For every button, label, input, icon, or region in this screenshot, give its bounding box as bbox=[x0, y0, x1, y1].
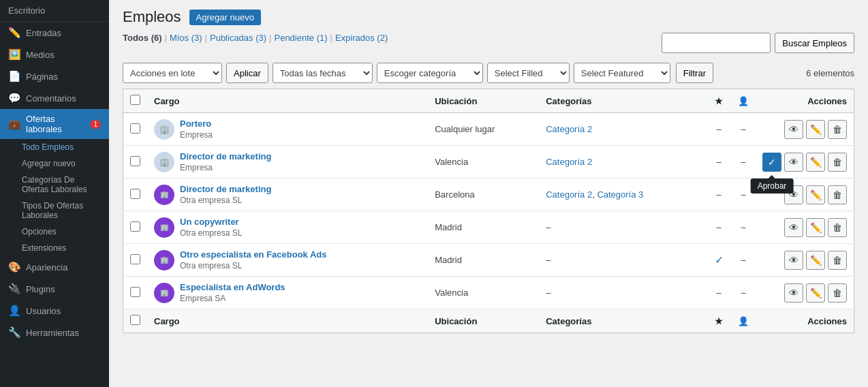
sidebar-item-apariencia[interactable]: 🎨 Apariencia bbox=[0, 256, 109, 278]
header-acciones: Acciones bbox=[756, 89, 854, 113]
job-category: – bbox=[539, 277, 707, 309]
job-title-link[interactable]: Especialista en AdWords bbox=[180, 282, 285, 292]
avatar: 🏢 bbox=[154, 152, 174, 172]
sidebar-item-ofertas[interactable]: 💼 Ofertas laborales 1 bbox=[0, 109, 109, 139]
element-count: 6 elementos bbox=[806, 68, 854, 78]
sidebar-item-usuarios[interactable]: 👤 Usuarios bbox=[0, 300, 109, 322]
job-category-link-2[interactable]: Categoría 3 bbox=[597, 189, 643, 200]
filter-tabs: Todos (6) | Míos (3) | Publicadas (3) | … bbox=[123, 33, 388, 43]
view-button[interactable]: 👁 bbox=[784, 153, 803, 172]
header-cargo: Cargo bbox=[147, 89, 428, 113]
job-category-link-1[interactable]: Categoría 2 bbox=[546, 189, 592, 200]
job-person: – bbox=[731, 244, 756, 277]
main-content: Empleos Agregar nuevo Todos (6) | Míos (… bbox=[109, 0, 868, 387]
delete-button[interactable]: 🗑 bbox=[828, 251, 847, 270]
job-title-link[interactable]: Portero bbox=[180, 119, 213, 129]
edit-button[interactable]: ✏️ bbox=[806, 153, 825, 172]
job-title-link[interactable]: Un copywriter bbox=[180, 217, 242, 227]
job-category: – bbox=[539, 244, 707, 277]
footer-select-all-checkbox[interactable] bbox=[130, 315, 140, 325]
search-input[interactable] bbox=[662, 33, 771, 53]
delete-button[interactable]: 🗑 bbox=[828, 120, 847, 139]
job-star: – bbox=[707, 146, 731, 179]
filter-tab-pendiente[interactable]: Pendiente (1) bbox=[274, 33, 327, 43]
avatar: 🏢 bbox=[154, 185, 174, 205]
page-icon: 📄 bbox=[8, 70, 20, 82]
apply-button[interactable]: Aplicar bbox=[226, 63, 268, 83]
submenu-opciones[interactable]: Opciones bbox=[0, 223, 109, 240]
row-checkbox[interactable] bbox=[130, 287, 140, 297]
sidebar-item-paginas[interactable]: 📄 Páginas bbox=[0, 65, 109, 87]
submenu-extensiones[interactable]: Extensiones bbox=[0, 240, 109, 256]
sidebar-item-comentarios[interactable]: 💬 Comentarios bbox=[0, 87, 109, 109]
view-button[interactable]: 👁 bbox=[784, 120, 803, 139]
search-area: Buscar Empleos bbox=[662, 33, 854, 53]
sidebar-item-medios[interactable]: 🖼️ Medios bbox=[0, 44, 109, 65]
submenu-agregar-nuevo[interactable]: Agregar nuevo bbox=[0, 155, 109, 172]
edit-button[interactable]: ✏️ bbox=[806, 251, 825, 270]
bulk-actions-select[interactable]: Acciones en lote bbox=[123, 63, 222, 83]
job-star: – bbox=[707, 277, 731, 309]
job-title-link[interactable]: Director de marketing bbox=[180, 151, 271, 161]
edit-button[interactable]: ✏️ bbox=[806, 185, 825, 204]
edit-button[interactable]: ✏️ bbox=[806, 283, 825, 303]
row-checkbox[interactable] bbox=[130, 123, 140, 134]
jobs-table: Cargo Ubicación Categorías ★ 👤 Acciones … bbox=[123, 89, 854, 333]
avatar: 🏢 bbox=[154, 283, 174, 303]
row-checkbox[interactable] bbox=[130, 221, 140, 232]
page-header: Empleos Agregar nuevo bbox=[123, 8, 854, 26]
job-location: Cualquier lugar bbox=[428, 113, 539, 146]
delete-button[interactable]: 🗑 bbox=[828, 218, 847, 237]
sidebar-item-plugins[interactable]: 🔌 Plugins bbox=[0, 278, 109, 300]
select-filled-select[interactable]: Select Filled bbox=[487, 63, 570, 83]
approve-button[interactable]: ✓ bbox=[762, 153, 781, 172]
submenu-tipos[interactable]: Tipos De Ofertas Laborales bbox=[0, 198, 109, 223]
view-button[interactable]: 👁 bbox=[784, 283, 803, 303]
job-star: – bbox=[707, 211, 731, 244]
avatar: 🏢 bbox=[154, 217, 174, 238]
row-checkbox[interactable] bbox=[130, 156, 140, 166]
edit-icon: ✏️ bbox=[8, 27, 20, 39]
row-checkbox[interactable] bbox=[130, 254, 140, 264]
row-checkbox[interactable] bbox=[130, 189, 140, 199]
view-button[interactable]: 👁 bbox=[784, 251, 803, 270]
table-row: 🏢 Director de marketing Empresa Valencia… bbox=[123, 146, 854, 179]
table-header-row: Cargo Ubicación Categorías ★ 👤 Acciones bbox=[123, 89, 854, 113]
dates-select[interactable]: Todas las fechas bbox=[273, 63, 373, 83]
job-company: Empresa bbox=[180, 130, 213, 140]
sidebar-submenu: Todo Empleos Agregar nuevo Categorías De… bbox=[0, 139, 109, 256]
filter-tab-publicadas[interactable]: Publicadas (3) bbox=[210, 33, 266, 43]
select-all-checkbox[interactable] bbox=[130, 95, 140, 105]
search-button[interactable]: Buscar Empleos bbox=[775, 33, 854, 53]
sidebar: Escritorio ✏️ Entradas 🖼️ Medios 📄 Págin… bbox=[0, 0, 109, 387]
job-person: – bbox=[731, 113, 756, 146]
job-title-link[interactable]: Director de marketing bbox=[180, 184, 271, 194]
submenu-categorias[interactable]: Categorías De Ofertas Laborales bbox=[0, 172, 109, 198]
edit-button[interactable]: ✏️ bbox=[806, 218, 825, 237]
delete-button[interactable]: 🗑 bbox=[828, 185, 847, 204]
filter-tab-todos[interactable]: Todos (6) bbox=[123, 33, 162, 43]
job-category[interactable]: Categoría 2 bbox=[546, 157, 592, 167]
delete-button[interactable]: 🗑 bbox=[828, 153, 847, 172]
submenu-todo-empleos[interactable]: Todo Empleos bbox=[0, 139, 109, 155]
sidebar-item-herramientas[interactable]: 🔧 Herramientas bbox=[0, 322, 109, 343]
sidebar-brand[interactable]: Escritorio bbox=[0, 0, 109, 22]
job-title-link[interactable]: Otro especialista en Facebook Ads bbox=[180, 249, 327, 260]
add-new-button[interactable]: Agregar nuevo bbox=[189, 10, 261, 25]
select-featured-select[interactable]: Select Featured bbox=[574, 63, 670, 83]
header-ubicacion: Ubicación bbox=[428, 89, 539, 113]
filter-button[interactable]: Filtrar bbox=[676, 63, 713, 83]
user-icon: 👤 bbox=[8, 305, 20, 317]
filter-tab-mios[interactable]: Míos (3) bbox=[170, 33, 202, 43]
action-buttons: 👁 ✏️ 🗑 bbox=[762, 218, 847, 237]
footer-ubicacion: Ubicación bbox=[428, 309, 539, 333]
view-button[interactable]: 👁 bbox=[784, 218, 803, 237]
category-select[interactable]: Escoger categoría bbox=[377, 63, 483, 83]
table-footer-row: Cargo Ubicación Categorías ★ 👤 Acciones bbox=[123, 309, 854, 333]
table-row: 🏢 Portero Empresa Cualquier lugar Catego… bbox=[123, 113, 854, 146]
job-category[interactable]: Categoría 2 bbox=[546, 124, 592, 134]
filter-tab-expirados[interactable]: Expirados (2) bbox=[335, 33, 388, 43]
sidebar-item-entradas[interactable]: ✏️ Entradas bbox=[0, 22, 109, 44]
edit-button[interactable]: ✏️ bbox=[806, 120, 825, 139]
delete-button[interactable]: 🗑 bbox=[828, 283, 847, 303]
